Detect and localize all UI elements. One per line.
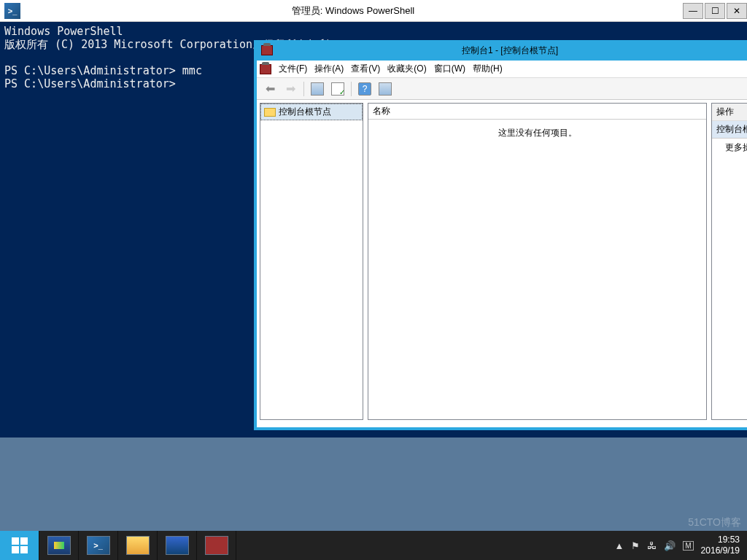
mmc-icon	[261, 45, 273, 55]
taskbar-clock[interactable]: 19:53 2016/9/19	[701, 534, 740, 556]
menu-favorites[interactable]: 收藏夹(O)	[387, 63, 426, 75]
close-button[interactable]: ✕	[727, 3, 747, 19]
list-column-name[interactable]: 名称	[368, 104, 706, 120]
list-empty-message: 这里没有任何项目。	[368, 120, 706, 419]
list-pane[interactable]: 名称 这里没有任何项目。	[368, 103, 707, 420]
tray-ime-icon[interactable]: M	[683, 541, 693, 551]
tree-root-node[interactable]: 控制台根节点	[260, 104, 363, 120]
system-tray: ▲ ⚑ 🖧 🔊 M 19:53 2016/9/19	[607, 531, 747, 560]
tray-up-icon[interactable]: ▲	[614, 540, 624, 551]
taskbar: >_ ▲ ⚑ 🖧 🔊 M 19:53 2016/9/19	[0, 531, 747, 560]
mmc-title: 控制台1 - [控制台根节点]	[277, 44, 743, 57]
windows-logo-icon	[12, 537, 28, 553]
tree-root-label: 控制台根节点	[279, 106, 331, 118]
taskbar-mmc[interactable]	[197, 531, 236, 560]
menu-window[interactable]: 窗口(W)	[434, 63, 465, 75]
powershell-icon: >_	[4, 3, 20, 19]
menu-file[interactable]: 文件(F)	[279, 63, 307, 75]
taskbar-app[interactable]	[158, 531, 197, 560]
maximize-button[interactable]: ☐	[705, 3, 725, 19]
show-hide-action-button[interactable]	[376, 80, 394, 98]
mmc-toolbar: ⬅ ➡ ?	[257, 78, 747, 100]
watermark: 51CTO博客	[688, 516, 741, 529]
tray-network-icon[interactable]: 🖧	[647, 540, 657, 551]
taskbar-server-manager[interactable]	[39, 531, 79, 560]
toolbar-separator	[351, 82, 352, 96]
mmc-window: 控制台1 - [控制台根节点] — 文件(F) 操作(A) 查看(V) 收藏夹(…	[254, 40, 747, 430]
clock-date: 2016/9/19	[701, 545, 740, 556]
actions-subheader: 控制台根节点	[712, 121, 747, 139]
mmc-menubar: 文件(F) 操作(A) 查看(V) 收藏夹(O) 窗口(W) 帮助(H)	[257, 61, 747, 78]
folder-icon	[264, 108, 276, 117]
powershell-title: 管理员: Windows PowerShell	[25, 4, 681, 18]
tray-flag-icon[interactable]: ⚑	[631, 540, 640, 551]
forward-button[interactable]: ➡	[282, 80, 299, 98]
taskbar-explorer[interactable]	[118, 531, 158, 560]
actions-header: 操作	[712, 104, 747, 121]
start-button[interactable]	[0, 531, 39, 560]
clock-time: 19:53	[701, 534, 740, 545]
mmc-minimize-button[interactable]: —	[743, 43, 747, 58]
back-button[interactable]: ⬅	[261, 80, 279, 98]
menu-action[interactable]: 操作(A)	[314, 63, 344, 75]
show-hide-tree-button[interactable]	[309, 80, 326, 98]
mmc-menu-icon[interactable]	[260, 64, 271, 74]
actions-pane: 操作 控制台根节点 更多操作	[711, 103, 747, 420]
tree-pane[interactable]: 控制台根节点	[260, 103, 363, 420]
export-list-button[interactable]	[329, 80, 347, 98]
menu-view[interactable]: 查看(V)	[351, 63, 380, 75]
powershell-titlebar[interactable]: >_ 管理员: Windows PowerShell — ☐ ✕	[0, 0, 747, 22]
help-button[interactable]: ?	[356, 80, 374, 98]
taskbar-powershell[interactable]: >_	[79, 531, 118, 560]
menu-help[interactable]: 帮助(H)	[473, 63, 503, 75]
tray-sound-icon[interactable]: 🔊	[664, 540, 676, 551]
toolbar-separator	[303, 82, 304, 96]
mmc-titlebar[interactable]: 控制台1 - [控制台根节点] —	[257, 40, 747, 61]
mmc-body: 控制台根节点 名称 这里没有任何项目。 操作 控制台根节点 更多操作	[257, 100, 747, 423]
minimize-button[interactable]: —	[683, 3, 703, 19]
actions-more[interactable]: 更多操作	[712, 139, 747, 157]
